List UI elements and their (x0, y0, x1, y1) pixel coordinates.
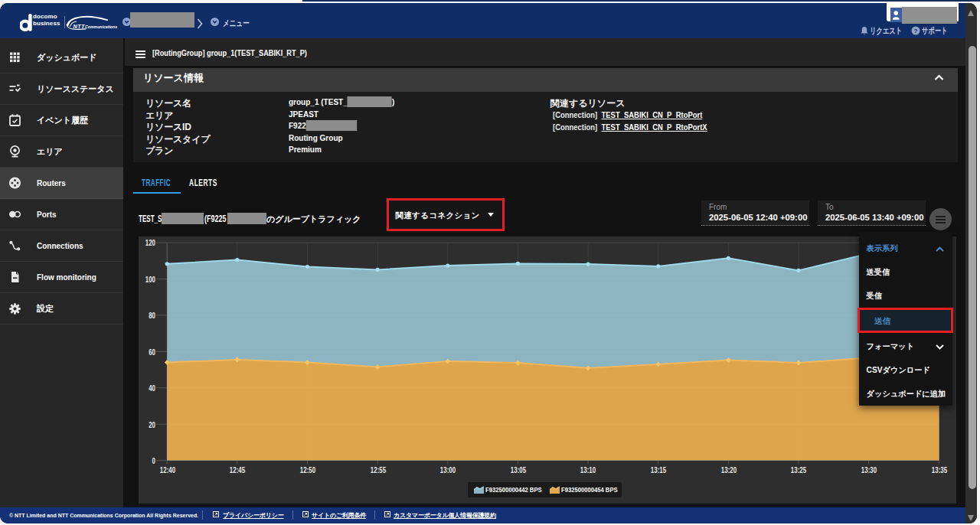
svg-text:Communications: Communications (85, 24, 117, 29)
svg-text:NTT: NTT (74, 23, 86, 30)
svg-text:?: ? (914, 28, 918, 34)
